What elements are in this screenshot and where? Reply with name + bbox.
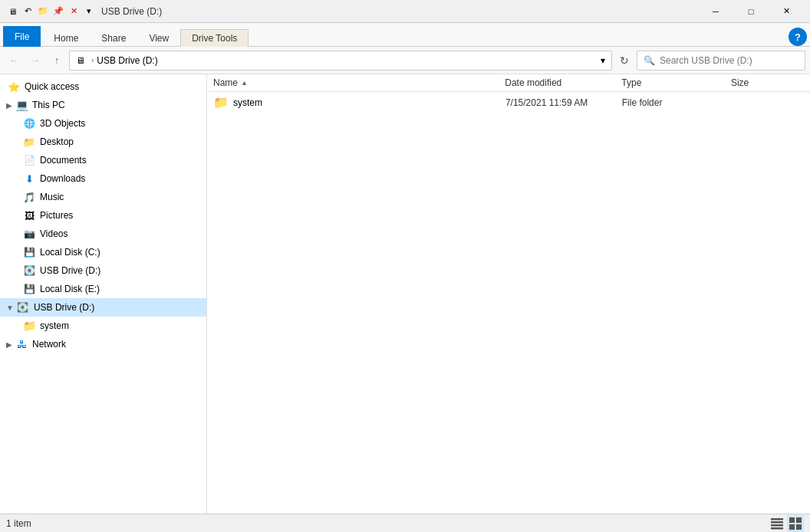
svg-rect-5 <box>796 517 802 523</box>
sidebar-item-label: Documents <box>40 155 87 166</box>
sidebar-item-label: USB Drive (D:) <box>40 265 100 276</box>
item-count: 1 item <box>6 518 31 529</box>
sidebar-item-documents[interactable]: 📄 Documents <box>0 151 206 169</box>
tiles-view-button[interactable] <box>787 515 804 532</box>
pictures-icon: 🖼 <box>21 209 37 222</box>
sidebar-item-local-disk-c[interactable]: 💾 Local Disk (C:) <box>0 243 206 261</box>
sidebar-item-usb-drive-d[interactable]: ▼ 💽 USB Drive (D:) <box>0 298 206 317</box>
sidebar-item-desktop[interactable]: 📁 Desktop <box>0 133 206 151</box>
refresh-button[interactable]: ↻ <box>615 51 634 70</box>
svg-rect-6 <box>789 524 795 530</box>
expand-icon-usb: ▼ <box>6 304 14 312</box>
usb-icon: 💽 <box>15 301 31 314</box>
music-icon: 🎵 <box>21 191 37 203</box>
sidebar-item-label: Quick access <box>25 81 79 92</box>
svg-rect-1 <box>771 521 783 524</box>
current-path: USB Drive (D:) <box>97 55 157 66</box>
table-row[interactable]: 📁 system 7/15/2021 11:59 AM File folder <box>207 92 810 113</box>
folder-yellow-icon: 📁 <box>213 95 229 110</box>
minimize-button[interactable]: ─ <box>698 0 733 23</box>
expand-icon-network: ▶ <box>6 340 12 349</box>
sidebar-item-label: Network <box>32 339 66 350</box>
videos-icon: 📷 <box>21 228 37 240</box>
undo-icon[interactable]: ↶ <box>21 5 34 18</box>
tab-share[interactable]: Share <box>90 29 137 47</box>
tab-view[interactable]: View <box>137 29 180 47</box>
usb-d-icon: 💽 <box>21 264 37 277</box>
sidebar-item-label: 3D Objects <box>40 118 85 129</box>
tab-drive-tools[interactable]: Drive Tools <box>180 29 249 47</box>
down-arrow-icon[interactable]: ▾ <box>83 5 95 18</box>
details-view-button[interactable] <box>769 515 785 532</box>
sidebar-item-network[interactable]: ▶ 🖧 Network <box>0 335 206 353</box>
tab-home[interactable]: Home <box>42 29 90 47</box>
main-content: ⭐ Quick access ▶ 💻 This PC 🌐 3D Objects … <box>0 74 810 514</box>
file-name: system <box>233 97 505 108</box>
sidebar-item-label: Pictures <box>40 210 73 221</box>
sidebar-item-label: USB Drive (D:) <box>34 302 94 313</box>
pc-icon: 💻 <box>14 99 29 111</box>
sidebar-item-usb-drive-d-pc[interactable]: 💽 USB Drive (D:) <box>0 261 206 280</box>
sidebar-item-videos[interactable]: 📷 Videos <box>0 225 206 243</box>
col-header-size[interactable]: Size <box>731 77 804 88</box>
sidebar-item-music[interactable]: 🎵 Music <box>0 188 206 206</box>
content-area: Name ▲ Date modified Type Size 📁 system … <box>207 74 810 514</box>
search-input[interactable] <box>660 55 782 66</box>
maximize-button[interactable]: □ <box>733 0 769 23</box>
back-button[interactable]: ← <box>5 51 23 70</box>
forward-button[interactable]: → <box>26 51 44 70</box>
view-icons <box>769 515 804 532</box>
file-type: File folder <box>622 97 731 108</box>
sidebar-item-label: Local Disk (C:) <box>40 247 100 258</box>
svg-rect-0 <box>771 518 783 521</box>
sidebar-item-this-pc[interactable]: ▶ 💻 This PC <box>0 96 206 114</box>
sidebar-item-label: Desktop <box>40 136 74 147</box>
docs-icon: 📄 <box>21 154 37 166</box>
star-icon: ⭐ <box>6 80 21 93</box>
3d-icon: 🌐 <box>21 117 37 130</box>
title-bar-icons: 🖥 ↶ 📁 📌 ✕ ▾ <box>6 5 95 18</box>
sidebar-item-quick-access[interactable]: ⭐ Quick access <box>0 77 206 96</box>
col-header-date[interactable]: Date modified <box>505 77 621 88</box>
col-header-name[interactable]: Name ▲ <box>213 77 505 88</box>
dropdown-arrow[interactable]: ▾ <box>601 55 605 66</box>
window-icon: 🖥 <box>6 5 18 18</box>
up-button[interactable]: ↑ <box>48 51 66 70</box>
sidebar: ⭐ Quick access ▶ 💻 This PC 🌐 3D Objects … <box>0 74 207 514</box>
window-title: USB Drive (D:) <box>101 6 698 17</box>
file-icon: 📁 <box>213 95 229 110</box>
sidebar-item-label: Downloads <box>40 173 85 184</box>
svg-rect-4 <box>789 517 795 523</box>
sidebar-item-label: system <box>40 320 69 331</box>
network-icon: 🖧 <box>14 338 29 350</box>
close-button[interactable]: ✕ <box>769 0 804 23</box>
drive-e-icon: 💾 <box>21 283 37 295</box>
svg-rect-2 <box>771 524 783 527</box>
status-bar: 1 item <box>0 514 810 532</box>
new-folder-icon[interactable]: 📁 <box>37 5 49 18</box>
search-icon: 🔍 <box>644 55 655 66</box>
sidebar-item-3d-objects[interactable]: 🌐 3D Objects <box>0 114 206 133</box>
close-quick-icon[interactable]: ✕ <box>68 5 80 18</box>
system-folder-icon: 📁 <box>21 320 37 332</box>
downloads-icon: ⬇ <box>21 172 37 185</box>
sidebar-item-label: Music <box>40 192 64 202</box>
search-box[interactable]: 🔍 <box>637 51 805 71</box>
sidebar-item-downloads[interactable]: ⬇ Downloads <box>0 169 206 188</box>
title-bar: 🖥 ↶ 📁 📌 ✕ ▾ USB Drive (D:) ─ □ ✕ <box>0 0 810 23</box>
sidebar-item-pictures[interactable]: 🖼 Pictures <box>0 206 206 225</box>
pin-icon[interactable]: 📌 <box>52 5 64 18</box>
svg-rect-3 <box>771 527 783 530</box>
path-separator: › <box>91 56 94 64</box>
sidebar-item-label: This PC <box>32 100 65 110</box>
address-path[interactable]: 🖥 › USB Drive (D:) ▾ <box>69 51 612 71</box>
folder-icon: 📁 <box>21 136 37 148</box>
col-header-type[interactable]: Type <box>621 77 731 88</box>
help-button[interactable]: ? <box>789 28 807 46</box>
ribbon-tabs: File Home Share View Drive Tools ? <box>0 23 810 46</box>
sidebar-item-local-disk-e[interactable]: 💾 Local Disk (E:) <box>0 280 206 298</box>
column-headers: Name ▲ Date modified Type Size <box>207 74 810 92</box>
sidebar-item-system-folder[interactable]: 📁 system <box>0 317 206 335</box>
drive-c-icon: 💾 <box>21 246 37 258</box>
tab-file[interactable]: File <box>3 26 41 47</box>
